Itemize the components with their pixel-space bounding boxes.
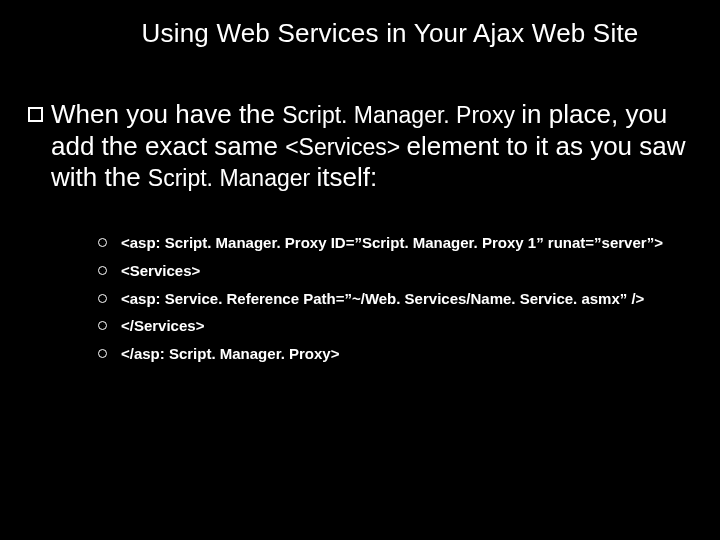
- list-item: </Services>: [98, 317, 692, 336]
- body-paragraph: When you have the Script. Manager. Proxy…: [28, 99, 692, 194]
- slide-title: Using Web Services in Your Ajax Web Site: [88, 18, 692, 49]
- slide: Using Web Services in Your Ajax Web Site…: [0, 0, 720, 540]
- square-bullet-icon: [28, 107, 43, 122]
- list-item: <asp: Service. Reference Path=”~/Web. Se…: [98, 290, 692, 309]
- code-list: <asp: Script. Manager. Proxy ID=”Script.…: [98, 234, 692, 364]
- circle-bullet-icon: [98, 238, 107, 247]
- circle-bullet-icon: [98, 294, 107, 303]
- circle-bullet-icon: [98, 266, 107, 275]
- code-line: <asp: Script. Manager. Proxy ID=”Script.…: [121, 234, 663, 253]
- text-fragment: When you have the: [51, 99, 282, 129]
- code-line: <asp: Service. Reference Path=”~/Web. Se…: [121, 290, 644, 309]
- code-fragment: Script. Manager: [148, 165, 317, 191]
- body-text: When you have the Script. Manager. Proxy…: [51, 99, 692, 194]
- code-fragment: <Services>: [285, 134, 406, 160]
- circle-bullet-icon: [98, 321, 107, 330]
- list-item: </asp: Script. Manager. Proxy>: [98, 345, 692, 364]
- code-fragment: Script. Manager. Proxy: [282, 102, 521, 128]
- code-line: <Services>: [121, 262, 200, 281]
- circle-bullet-icon: [98, 349, 107, 358]
- list-item: <asp: Script. Manager. Proxy ID=”Script.…: [98, 234, 692, 253]
- list-item: <Services>: [98, 262, 692, 281]
- text-fragment: itself:: [317, 162, 378, 192]
- code-line: </Services>: [121, 317, 204, 336]
- code-line: </asp: Script. Manager. Proxy>: [121, 345, 339, 364]
